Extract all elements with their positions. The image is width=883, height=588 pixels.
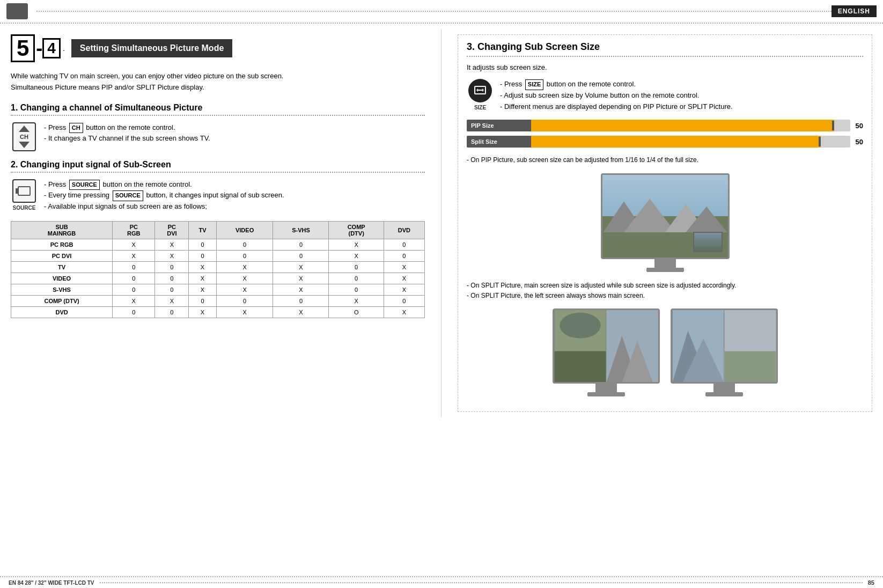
pip-mountain-svg: [602, 191, 728, 232]
table-cell: X: [329, 250, 384, 261]
size-line-1: - Press SIZE button on the remote contro…: [500, 79, 863, 90]
pip-tv-base: [646, 268, 684, 272]
table-cell: X: [189, 306, 216, 318]
split-right-bg: [606, 310, 658, 382]
table-cell: X: [384, 273, 424, 284]
table-header-tv: TV: [189, 221, 216, 239]
table-cell: 0: [113, 284, 155, 295]
split-bar-row: Split Size 50: [467, 136, 863, 148]
source-inner-icon: [18, 186, 31, 196]
split-right-base: [705, 392, 743, 396]
table-cell: 0: [216, 250, 273, 261]
table-cell: X: [273, 306, 329, 318]
landscape-svg: [606, 310, 658, 382]
split-right-left-bg: [672, 310, 724, 382]
size-icon: [468, 79, 492, 102]
table-cell: X: [273, 273, 329, 284]
svg-rect-10: [554, 351, 606, 382]
table-header-video: VIDEO: [216, 221, 273, 239]
table-cell: X: [384, 306, 424, 318]
split-bar-label: Split Size: [467, 136, 531, 148]
size-btn: SIZE: [525, 79, 543, 90]
pip-bar-fill: [531, 120, 834, 131]
golfer-svg: [554, 310, 606, 382]
ch-btn: CH: [69, 123, 83, 134]
top-dots-divider: [36, 11, 832, 12]
size-line-3: - Different menus are displayed dependin…: [500, 101, 863, 113]
table-cell: 0: [189, 250, 216, 261]
split-right-right-bg: [724, 310, 776, 382]
main-content: 5 - 4 . Setting Simultaneous Picture Mod…: [0, 24, 883, 417]
table-header-pc-dvi: PCDVI: [155, 221, 189, 239]
split-tv-right: [671, 308, 778, 384]
table-header-comp: COMP(DTV): [329, 221, 384, 239]
source-btn-1: SOURCE: [69, 180, 100, 190]
intro-text: While watching TV on main screen, you ca…: [11, 71, 425, 93]
table-cell: X: [329, 239, 384, 250]
pip-size-section: PIP Size 50 Split Size: [467, 120, 863, 148]
table-cell: X: [155, 250, 189, 261]
table-cell: 0: [189, 295, 216, 306]
intro-line-1: While watching TV on main screen, you ca…: [11, 71, 425, 82]
table-cell: 0: [384, 250, 424, 261]
source-remote-icon: SOURCE: [11, 179, 38, 211]
pip-bar-bg: PIP Size: [467, 120, 850, 131]
section-title: Setting Simultaneous Picture Mode: [71, 39, 232, 57]
size-line-2: - Adjust sub screen size by Volume butto…: [500, 90, 863, 101]
tv-logo-icon: [6, 3, 28, 19]
sub-section-1-title: 1. Changing a channel of Simultaneous Pi…: [11, 103, 425, 116]
table-header-sub: SUBMAINRGB: [11, 221, 113, 239]
table-header-pc-rgb: PCRGB: [113, 221, 155, 239]
table-cell: 0: [329, 284, 384, 295]
split-tv-left: [553, 308, 660, 384]
sub-section-1-text: - Press CH button on the remote control.…: [44, 122, 425, 145]
source-line-3: - Available input signals of sub screen …: [44, 201, 425, 212]
table-cell: 0: [216, 239, 273, 250]
table-cell: 0: [384, 239, 424, 250]
adjusts-text: It adjusts sub screen size.: [467, 63, 863, 71]
table-cell: X: [216, 284, 273, 295]
size-instruction-text: - Press SIZE button on the remote contro…: [500, 79, 863, 112]
bottom-bar: EN 84 28" / 32" WIDE TFT-LCD TV 85: [0, 576, 883, 588]
table-cell: 0: [329, 261, 384, 273]
split-bar-value: 50: [856, 138, 863, 146]
table-cell: PC RGB: [11, 239, 113, 250]
split-note-1: - On SPLIT Picture, main screen size is …: [467, 281, 863, 291]
pip-bar-marker: [832, 121, 834, 130]
table-cell: X: [273, 261, 329, 273]
signal-table: SUBMAINRGB PCRGB PCDVI TV VIDEO S-VHS CO…: [11, 221, 425, 318]
table-cell: X: [113, 239, 155, 250]
top-bar: ENGLISH: [0, 0, 883, 24]
table-cell: X: [384, 284, 424, 295]
table-header-svhs: S-VHS: [273, 221, 329, 239]
left-panel: 5 - 4 . Setting Simultaneous Picture Mod…: [0, 29, 442, 417]
split-left-base: [587, 392, 625, 396]
table-cell: 0: [273, 239, 329, 250]
pip-tv-wrapper: [467, 173, 863, 272]
language-badge: ENGLISH: [832, 5, 877, 17]
split-label-text: Split Size: [471, 138, 497, 145]
table-cell: 0: [113, 273, 155, 284]
table-cell: X: [155, 239, 189, 250]
mountain2-svg: [672, 310, 724, 382]
section-num-5: 5: [11, 34, 35, 62]
size-label: SIZE: [474, 105, 486, 111]
table-cell: X: [113, 295, 155, 306]
table-cell: TV: [11, 261, 113, 273]
ch-down-arrow: [19, 142, 30, 148]
table-cell: O: [329, 306, 384, 318]
table-cell: COMP (DTV): [11, 295, 113, 306]
table-cell: 0: [155, 273, 189, 284]
sub-section-2-block: SOURCE - Press SOURCE button on the remo…: [11, 179, 425, 212]
right-section-title: 3. Changing Sub Screen Size: [467, 41, 863, 57]
source-line-2: - Every time pressing SOURCE button, it …: [44, 190, 425, 201]
split-left-bg: [554, 310, 606, 382]
table-cell: X: [216, 306, 273, 318]
table-cell: X: [384, 261, 424, 273]
table-cell: 0: [155, 261, 189, 273]
section-number-box: 5 - 4 .: [11, 34, 65, 62]
table-cell: PC DVI: [11, 250, 113, 261]
table-cell: X: [189, 284, 216, 295]
size-instruction-block: SIZE - Press SIZE button on the remote c…: [467, 79, 863, 112]
bottom-dots: [100, 582, 863, 583]
